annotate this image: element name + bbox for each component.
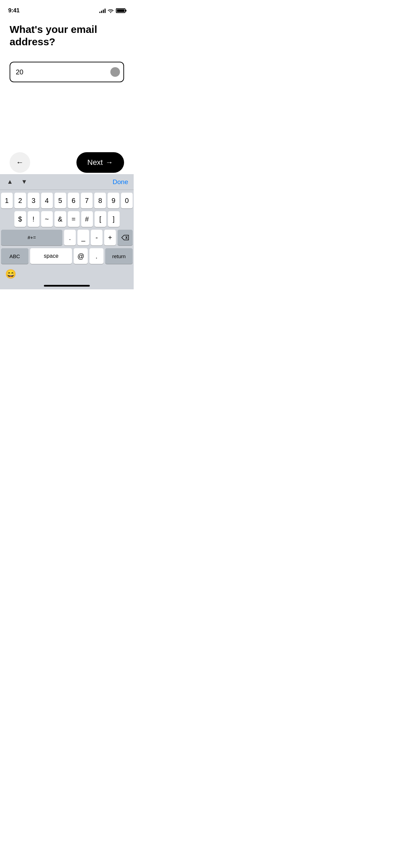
- key-6[interactable]: 6: [68, 193, 80, 208]
- key-minus[interactable]: -: [91, 230, 102, 245]
- up-arrow-icon: ▲: [7, 178, 13, 185]
- email-input-wrapper: [10, 62, 124, 82]
- next-button[interactable]: Next →: [76, 152, 124, 173]
- battery-icon: [116, 8, 125, 13]
- key-dollar[interactable]: $: [14, 211, 26, 227]
- key-0[interactable]: 0: [121, 193, 133, 208]
- keyboard: 1 2 3 4 5 6 7 8 9 0 $ ! ~ & = # [ ] #+= …: [0, 190, 134, 289]
- down-arrow-icon: ▼: [21, 178, 27, 185]
- key-dot[interactable]: .: [89, 248, 104, 264]
- key-7[interactable]: 7: [81, 193, 93, 208]
- key-4[interactable]: 4: [41, 193, 53, 208]
- key-8[interactable]: 8: [94, 193, 106, 208]
- keyboard-row-numbers: 1 2 3 4 5 6 7 8 9 0: [1, 193, 133, 208]
- next-label: Next: [87, 158, 103, 167]
- key-underscore[interactable]: _: [77, 230, 89, 245]
- toolbar-up-button[interactable]: ▲: [5, 177, 14, 187]
- key-bracket-open[interactable]: [: [95, 211, 106, 227]
- back-arrow-icon: ←: [16, 158, 24, 167]
- key-tilde[interactable]: ~: [41, 211, 53, 227]
- key-2[interactable]: 2: [14, 193, 26, 208]
- key-hashtag-toggle[interactable]: #+=: [1, 230, 62, 245]
- keyboard-row-symbols1: $ ! ~ & = # [ ]: [1, 211, 133, 227]
- nav-row: ← Next →: [0, 152, 134, 173]
- keyboard-row-bottom: ABC space @ . return: [1, 248, 133, 264]
- emoji-row: 😄: [1, 267, 133, 279]
- key-at[interactable]: @: [74, 248, 88, 264]
- signal-icon: [99, 8, 106, 13]
- key-return[interactable]: return: [105, 248, 133, 264]
- status-time: 9:41: [8, 7, 20, 14]
- key-space[interactable]: space: [30, 248, 72, 264]
- key-ampersand[interactable]: &: [54, 211, 66, 227]
- key-plus[interactable]: +: [104, 230, 116, 245]
- key-3[interactable]: 3: [28, 193, 39, 208]
- next-arrow-icon: →: [106, 158, 113, 167]
- main-content: What's your email address?: [0, 16, 134, 82]
- key-equals[interactable]: =: [68, 211, 80, 227]
- clear-input-button[interactable]: [110, 67, 120, 77]
- home-indicator: [44, 285, 90, 287]
- keyboard-done-button[interactable]: Done: [113, 178, 128, 186]
- delete-key[interactable]: [118, 230, 133, 245]
- key-5[interactable]: 5: [54, 193, 66, 208]
- key-1[interactable]: 1: [1, 193, 13, 208]
- keyboard-row-symbols2: #+= . _ - +: [1, 230, 133, 245]
- status-bar: 9:41: [0, 0, 134, 16]
- key-hash[interactable]: #: [81, 211, 93, 227]
- toolbar-down-button[interactable]: ▼: [20, 177, 29, 187]
- key-exclaim[interactable]: !: [28, 211, 39, 227]
- emoji-button[interactable]: 😄: [5, 269, 16, 279]
- key-period[interactable]: .: [64, 230, 76, 245]
- toolbar-nav: ▲ ▼: [5, 177, 29, 187]
- key-abc[interactable]: ABC: [1, 248, 28, 264]
- key-bracket-close[interactable]: ]: [108, 211, 120, 227]
- back-button[interactable]: ←: [10, 152, 30, 173]
- page-title: What's your email address?: [10, 23, 124, 48]
- backspace-icon: [121, 235, 129, 240]
- email-input[interactable]: [10, 62, 124, 82]
- wifi-icon: [108, 8, 114, 13]
- keyboard-toolbar: ▲ ▼ Done: [0, 174, 134, 190]
- key-9[interactable]: 9: [108, 193, 119, 208]
- status-icons: [99, 8, 125, 13]
